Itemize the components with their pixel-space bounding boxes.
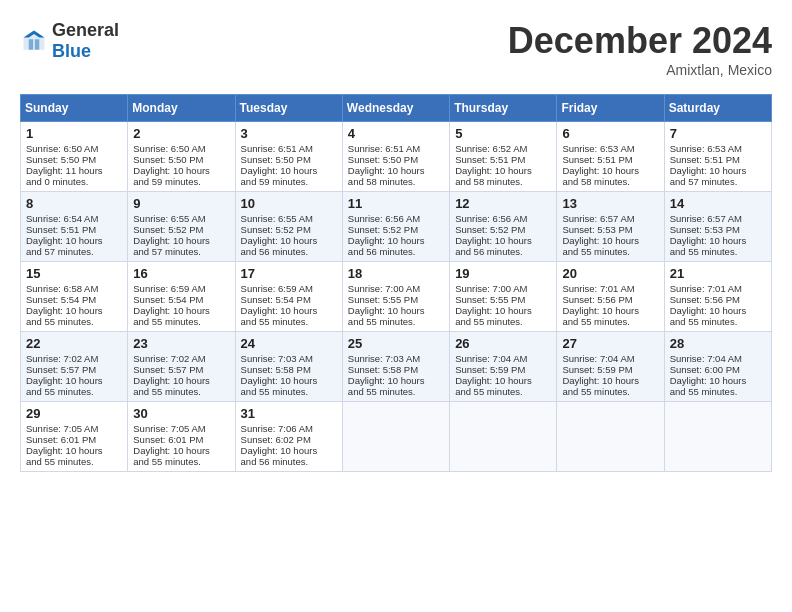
calendar-cell [664, 402, 771, 472]
sunset-label: Sunset: 5:57 PM [26, 364, 96, 375]
calendar-cell: 2Sunrise: 6:50 AMSunset: 5:50 PMDaylight… [128, 122, 235, 192]
calendar-cell: 29Sunrise: 7:05 AMSunset: 6:01 PMDayligh… [21, 402, 128, 472]
svg-rect-3 [35, 39, 39, 50]
sunrise-label: Sunrise: 6:59 AM [133, 283, 205, 294]
location: Amixtlan, Mexico [508, 62, 772, 78]
daylight-label: Daylight: 10 hours [670, 165, 747, 176]
calendar-cell: 8Sunrise: 6:54 AMSunset: 5:51 PMDaylight… [21, 192, 128, 262]
daylight-minutes: and 55 minutes. [133, 316, 201, 327]
daylight-minutes: and 55 minutes. [455, 316, 523, 327]
calendar-cell: 9Sunrise: 6:55 AMSunset: 5:52 PMDaylight… [128, 192, 235, 262]
sunset-label: Sunset: 5:57 PM [133, 364, 203, 375]
daylight-label: Daylight: 10 hours [133, 445, 210, 456]
daylight-minutes: and 55 minutes. [455, 386, 523, 397]
col-saturday: Saturday [664, 95, 771, 122]
daylight-minutes: and 55 minutes. [562, 386, 630, 397]
col-tuesday: Tuesday [235, 95, 342, 122]
daylight-label: Daylight: 10 hours [348, 165, 425, 176]
daylight-label: Daylight: 10 hours [241, 165, 318, 176]
daylight-minutes: and 55 minutes. [670, 386, 738, 397]
daylight-minutes: and 55 minutes. [26, 316, 94, 327]
sunset-label: Sunset: 5:58 PM [241, 364, 311, 375]
svg-rect-2 [29, 39, 33, 50]
sunset-label: Sunset: 5:52 PM [241, 224, 311, 235]
daylight-minutes: and 55 minutes. [26, 386, 94, 397]
calendar-table: Sunday Monday Tuesday Wednesday Thursday… [20, 94, 772, 472]
week-row-1: 1Sunrise: 6:50 AMSunset: 5:50 PMDaylight… [21, 122, 772, 192]
col-friday: Friday [557, 95, 664, 122]
calendar-cell: 27Sunrise: 7:04 AMSunset: 5:59 PMDayligh… [557, 332, 664, 402]
col-monday: Monday [128, 95, 235, 122]
sunrise-label: Sunrise: 7:06 AM [241, 423, 313, 434]
day-number: 25 [348, 336, 444, 351]
sunrise-label: Sunrise: 6:57 AM [670, 213, 742, 224]
daylight-minutes: and 55 minutes. [241, 386, 309, 397]
sunrise-label: Sunrise: 7:03 AM [241, 353, 313, 364]
sunrise-label: Sunrise: 6:50 AM [26, 143, 98, 154]
daylight-label: Daylight: 10 hours [670, 235, 747, 246]
logo-icon [20, 27, 48, 55]
calendar-cell: 5Sunrise: 6:52 AMSunset: 5:51 PMDaylight… [450, 122, 557, 192]
day-number: 23 [133, 336, 229, 351]
daylight-label: Daylight: 10 hours [26, 235, 103, 246]
calendar-cell: 18Sunrise: 7:00 AMSunset: 5:55 PMDayligh… [342, 262, 449, 332]
calendar-cell: 10Sunrise: 6:55 AMSunset: 5:52 PMDayligh… [235, 192, 342, 262]
day-number: 18 [348, 266, 444, 281]
sunrise-label: Sunrise: 6:55 AM [241, 213, 313, 224]
sunrise-label: Sunrise: 7:05 AM [26, 423, 98, 434]
daylight-minutes: and 55 minutes. [670, 246, 738, 257]
day-number: 2 [133, 126, 229, 141]
sunset-label: Sunset: 5:52 PM [133, 224, 203, 235]
daylight-label: Daylight: 10 hours [562, 305, 639, 316]
day-number: 15 [26, 266, 122, 281]
sunrise-label: Sunrise: 7:03 AM [348, 353, 420, 364]
day-number: 14 [670, 196, 766, 211]
sunset-label: Sunset: 5:56 PM [670, 294, 740, 305]
day-number: 11 [348, 196, 444, 211]
day-number: 8 [26, 196, 122, 211]
sunset-label: Sunset: 5:59 PM [562, 364, 632, 375]
sunrise-label: Sunrise: 7:00 AM [348, 283, 420, 294]
calendar-cell: 7Sunrise: 6:53 AMSunset: 5:51 PMDaylight… [664, 122, 771, 192]
sunrise-label: Sunrise: 6:54 AM [26, 213, 98, 224]
daylight-label: Daylight: 10 hours [241, 235, 318, 246]
sunset-label: Sunset: 5:50 PM [348, 154, 418, 165]
day-number: 19 [455, 266, 551, 281]
day-number: 20 [562, 266, 658, 281]
sunrise-label: Sunrise: 7:04 AM [670, 353, 742, 364]
calendar-cell [450, 402, 557, 472]
daylight-label: Daylight: 10 hours [133, 165, 210, 176]
logo-text: General Blue [52, 20, 119, 62]
day-number: 31 [241, 406, 337, 421]
week-row-2: 8Sunrise: 6:54 AMSunset: 5:51 PMDaylight… [21, 192, 772, 262]
sunset-label: Sunset: 5:53 PM [670, 224, 740, 235]
calendar-cell: 4Sunrise: 6:51 AMSunset: 5:50 PMDaylight… [342, 122, 449, 192]
calendar-cell: 28Sunrise: 7:04 AMSunset: 6:00 PMDayligh… [664, 332, 771, 402]
day-number: 3 [241, 126, 337, 141]
sunrise-label: Sunrise: 6:51 AM [241, 143, 313, 154]
sunrise-label: Sunrise: 7:02 AM [26, 353, 98, 364]
sunrise-label: Sunrise: 6:52 AM [455, 143, 527, 154]
sunset-label: Sunset: 5:51 PM [455, 154, 525, 165]
sunrise-label: Sunrise: 6:55 AM [133, 213, 205, 224]
sunset-label: Sunset: 5:54 PM [133, 294, 203, 305]
month-title: December 2024 [508, 20, 772, 62]
daylight-label: Daylight: 10 hours [455, 305, 532, 316]
page-header: General Blue December 2024 Amixtlan, Mex… [20, 20, 772, 78]
daylight-minutes: and 59 minutes. [133, 176, 201, 187]
day-number: 7 [670, 126, 766, 141]
sunset-label: Sunset: 5:52 PM [348, 224, 418, 235]
calendar-cell: 17Sunrise: 6:59 AMSunset: 5:54 PMDayligh… [235, 262, 342, 332]
calendar-cell: 24Sunrise: 7:03 AMSunset: 5:58 PMDayligh… [235, 332, 342, 402]
sunrise-label: Sunrise: 7:00 AM [455, 283, 527, 294]
daylight-minutes: and 55 minutes. [241, 316, 309, 327]
sunrise-label: Sunrise: 7:04 AM [455, 353, 527, 364]
col-sunday: Sunday [21, 95, 128, 122]
daylight-minutes: and 58 minutes. [562, 176, 630, 187]
sunrise-label: Sunrise: 7:01 AM [562, 283, 634, 294]
daylight-label: Daylight: 10 hours [348, 235, 425, 246]
sunrise-label: Sunrise: 7:05 AM [133, 423, 205, 434]
sunset-label: Sunset: 5:58 PM [348, 364, 418, 375]
daylight-label: Daylight: 10 hours [133, 375, 210, 386]
daylight-label: Daylight: 10 hours [455, 165, 532, 176]
